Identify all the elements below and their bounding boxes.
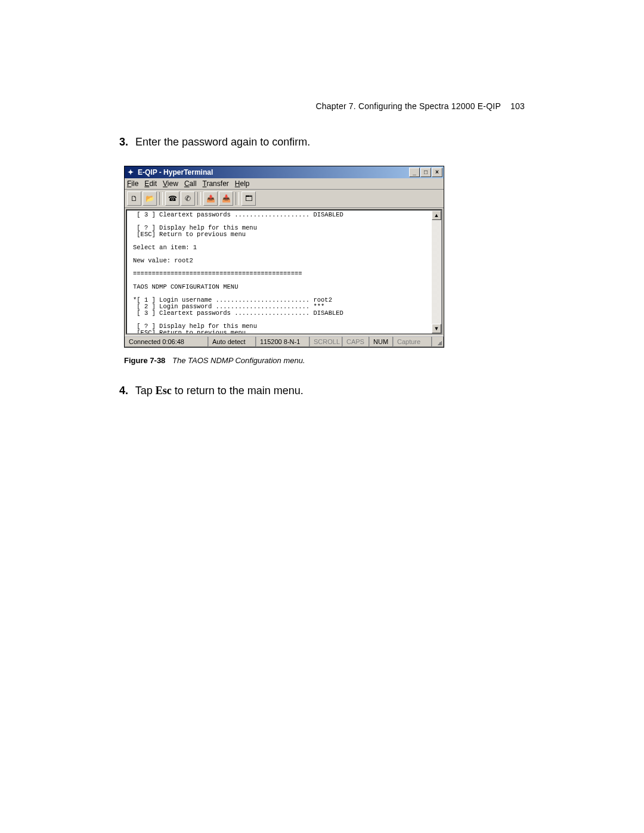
open-icon[interactable]: 📂 (143, 191, 157, 206)
figure-caption: Figure 7-38 The TAOS NDMP Configuration … (124, 356, 305, 365)
menu-transfer[interactable]: TransferTransfer (203, 179, 229, 188)
step-4-post: to return to the main menu. (172, 385, 304, 397)
esc-key: Esc (156, 385, 172, 397)
menu-edit[interactable]: EditEdit (144, 179, 157, 188)
step-4-pre: Tap (135, 385, 156, 397)
statusbar: Connected 0:06:48 Auto detect 115200 8-N… (125, 336, 444, 347)
menu-call[interactable]: CallCall (184, 179, 197, 188)
window-title: E-QIP - HyperTerminal (138, 168, 409, 176)
send-icon[interactable]: 📤 (203, 191, 218, 206)
scroll-down-icon[interactable]: ▼ (432, 324, 441, 333)
titlebar[interactable]: ✦ E-QIP - HyperTerminal _ □ × (125, 166, 444, 178)
page-header: Chapter 7. Configuring the Spectra 12000… (316, 101, 525, 111)
status-scroll: SCROLL (309, 336, 342, 347)
menu-view[interactable]: ViewView (163, 179, 178, 188)
figure-label: Figure 7-38 (124, 356, 165, 365)
vertical-scrollbar[interactable]: ▲ ▼ (432, 210, 441, 333)
toolbar: 🗋 📂 ☎ ✆ 📤 📥 🗔 (125, 190, 444, 208)
new-icon[interactable]: 🗋 (127, 191, 141, 206)
status-autodetect: Auto detect (208, 336, 256, 347)
status-num: NUM (369, 336, 393, 347)
terminal-output[interactable]: [ 3 ] Cleartext passwords ..............… (127, 210, 432, 333)
close-button[interactable]: × (432, 168, 442, 177)
step-3: 3. Enter the password again to confirm. (119, 136, 310, 148)
figure-text: The TAOS NDMP Configuration menu. (172, 356, 305, 365)
toolbar-separator (197, 192, 201, 205)
toolbar-separator (159, 192, 163, 205)
page-number: 103 (510, 101, 525, 111)
maximize-button[interactable]: □ (420, 168, 431, 177)
status-caps: CAPS (342, 336, 369, 347)
disconnect-icon[interactable]: ✆ (181, 191, 195, 206)
status-connected: Connected 0:06:48 (125, 336, 208, 347)
toolbar-separator (236, 192, 239, 205)
menubar: FFileile EditEdit ViewView CallCall Tran… (125, 178, 444, 190)
step-4-number: 4. (119, 385, 132, 397)
properties-icon[interactable]: 🗔 (242, 191, 256, 206)
resize-grip-icon[interactable] (432, 336, 444, 347)
menu-file[interactable]: FFileile (127, 179, 138, 188)
menu-help[interactable]: HelpHelp (235, 179, 250, 188)
receive-icon[interactable]: 📥 (219, 191, 233, 206)
call-icon[interactable]: ☎ (165, 191, 179, 206)
app-icon: ✦ (126, 168, 135, 177)
chapter-title: Chapter 7. Configuring the Spectra 12000… (316, 101, 501, 111)
status-capture: Capture (393, 336, 432, 347)
hyperterminal-window: ✦ E-QIP - HyperTerminal _ □ × FFileile E… (124, 166, 444, 348)
step-4: 4. Tap Esc to return to the main menu. (119, 385, 304, 397)
step-3-number: 3. (119, 136, 132, 148)
scroll-up-icon[interactable]: ▲ (432, 210, 441, 220)
minimize-button[interactable]: _ (409, 168, 420, 177)
step-3-text: Enter the password again to confirm. (135, 136, 310, 148)
scroll-track[interactable] (432, 220, 441, 324)
status-baud: 115200 8-N-1 (256, 336, 309, 347)
